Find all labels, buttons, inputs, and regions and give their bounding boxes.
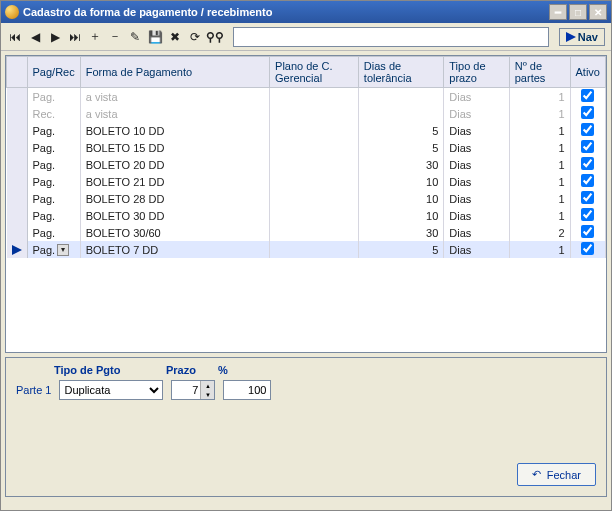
col-forma[interactable]: Forma de Pagamento <box>80 57 269 88</box>
cell-npartes: 1 <box>509 139 570 156</box>
tipo-pgto-select[interactable]: Duplicata <box>59 380 163 400</box>
ativo-checkbox[interactable] <box>581 140 594 153</box>
cell-ativo[interactable] <box>570 88 606 106</box>
ativo-checkbox[interactable] <box>581 191 594 204</box>
nav-button[interactable]: Nav <box>559 28 605 46</box>
cell-diastol <box>358 88 443 106</box>
table-row[interactable]: Pag.BOLETO 21 DD10Dias1 <box>7 173 606 190</box>
cell-forma: BOLETO 15 DD <box>80 139 269 156</box>
cell-ativo[interactable] <box>570 139 606 156</box>
prazo-spinner[interactable]: ▲ ▼ <box>171 380 215 400</box>
last-record-icon[interactable]: ⏭ <box>67 28 83 46</box>
cell-pagrec: Pag. <box>27 190 80 207</box>
ativo-checkbox[interactable] <box>581 123 594 136</box>
refresh-icon[interactable]: ⟳ <box>187 28 203 46</box>
row-indicator <box>7 122 28 139</box>
table-row[interactable]: Pag.BOLETO 15 DD5Dias1 <box>7 139 606 156</box>
cell-diastol <box>358 105 443 122</box>
save-record-icon[interactable]: 💾 <box>147 28 163 46</box>
col-ativo[interactable]: Ativo <box>570 57 606 88</box>
cell-diastol: 10 <box>358 207 443 224</box>
ativo-checkbox[interactable] <box>581 157 594 170</box>
ativo-checkbox[interactable] <box>581 242 594 255</box>
header-row: Pag/Rec Forma de Pagamento Plano de C. G… <box>7 57 606 88</box>
cell-npartes: 1 <box>509 173 570 190</box>
cell-forma: BOLETO 7 DD <box>80 241 269 258</box>
cell-ativo[interactable] <box>570 105 606 122</box>
edit-record-icon[interactable]: ✎ <box>127 28 143 46</box>
cell-ativo[interactable] <box>570 207 606 224</box>
table-row[interactable]: Pag.BOLETO 30 DD10Dias1 <box>7 207 606 224</box>
ativo-checkbox[interactable] <box>581 225 594 238</box>
cell-plano <box>270 190 359 207</box>
cell-diastol: 5 <box>358 139 443 156</box>
cell-tipoprazo: Dias <box>444 190 509 207</box>
cell-tipoprazo: Dias <box>444 241 509 258</box>
col-npartes[interactable]: Nº de partes <box>509 57 570 88</box>
cell-ativo[interactable] <box>570 173 606 190</box>
row-indicator <box>7 156 28 173</box>
minimize-button[interactable]: ━ <box>549 4 567 20</box>
cell-pagrec[interactable]: Pag.▾ <box>27 241 80 258</box>
cell-pagrec: Pag. <box>27 173 80 190</box>
app-icon <box>5 5 19 19</box>
row-indicator <box>7 139 28 156</box>
cell-forma: BOLETO 10 DD <box>80 122 269 139</box>
prev-record-icon[interactable]: ◀ <box>27 28 43 46</box>
remove-record-icon[interactable]: － <box>107 28 123 46</box>
cell-pagrec: Pag. <box>27 156 80 173</box>
parte-label: Parte 1 <box>16 384 51 396</box>
pct-input[interactable] <box>223 380 271 400</box>
first-record-icon[interactable]: ⏮ <box>7 28 23 46</box>
table-row[interactable]: Pag.BOLETO 20 DD30Dias1 <box>7 156 606 173</box>
table-row[interactable]: Pag.BOLETO 10 DD5Dias1 <box>7 122 606 139</box>
ativo-checkbox[interactable] <box>581 208 594 221</box>
cell-npartes: 1 <box>509 88 570 106</box>
cell-plano <box>270 105 359 122</box>
cell-forma: BOLETO 20 DD <box>80 156 269 173</box>
cell-ativo[interactable] <box>570 224 606 241</box>
cell-diastol: 10 <box>358 173 443 190</box>
col-diastol[interactable]: Dias de tolerância <box>358 57 443 88</box>
table-row[interactable]: Pag.BOLETO 30/6030Dias2 <box>7 224 606 241</box>
ativo-checkbox[interactable] <box>581 174 594 187</box>
cell-ativo[interactable] <box>570 190 606 207</box>
window-close-button[interactable]: ✕ <box>589 4 607 20</box>
data-grid[interactable]: Pag/Rec Forma de Pagamento Plano de C. G… <box>5 55 607 353</box>
search-input[interactable] <box>233 27 549 47</box>
cell-ativo[interactable] <box>570 156 606 173</box>
prazo-input[interactable] <box>172 384 200 396</box>
col-tipoprazo[interactable]: Tipo de prazo <box>444 57 509 88</box>
cell-npartes: 1 <box>509 190 570 207</box>
table-row[interactable]: Pag.BOLETO 28 DD10Dias1 <box>7 190 606 207</box>
ativo-checkbox[interactable] <box>581 106 594 119</box>
col-pagrec[interactable]: Pag/Rec <box>27 57 80 88</box>
cell-pagrec: Pag. <box>27 207 80 224</box>
spinner-up-icon[interactable]: ▲ <box>200 381 214 390</box>
cancel-record-icon[interactable]: ✖ <box>167 28 183 46</box>
add-record-icon[interactable]: ＋ <box>87 28 103 46</box>
table-row[interactable]: Rec.a vistaDias1 <box>7 105 606 122</box>
col-plano[interactable]: Plano de C. Gerencial <box>270 57 359 88</box>
cell-npartes: 1 <box>509 207 570 224</box>
close-button[interactable]: ↶ Fechar <box>517 463 596 486</box>
row-indicator <box>7 190 28 207</box>
cell-forma: BOLETO 30/60 <box>80 224 269 241</box>
cell-diastol: 30 <box>358 224 443 241</box>
table-row[interactable]: Pag.a vistaDias1 <box>7 88 606 106</box>
hdr-prazo: Prazo <box>166 364 218 376</box>
cell-ativo[interactable] <box>570 241 606 258</box>
cell-pagrec: Pag. <box>27 224 80 241</box>
next-record-icon[interactable]: ▶ <box>47 28 63 46</box>
maximize-button[interactable]: □ <box>569 4 587 20</box>
search-icon[interactable]: ⚲⚲ <box>207 28 223 46</box>
cell-tipoprazo: Dias <box>444 224 509 241</box>
spinner-down-icon[interactable]: ▼ <box>200 390 214 399</box>
table-row[interactable]: Pag.▾BOLETO 7 DD5Dias1 <box>7 241 606 258</box>
ativo-checkbox[interactable] <box>581 89 594 102</box>
chevron-down-icon[interactable]: ▾ <box>57 244 69 256</box>
row-indicator <box>7 224 28 241</box>
row-indicator <box>7 241 28 258</box>
cell-plano <box>270 224 359 241</box>
cell-ativo[interactable] <box>570 122 606 139</box>
